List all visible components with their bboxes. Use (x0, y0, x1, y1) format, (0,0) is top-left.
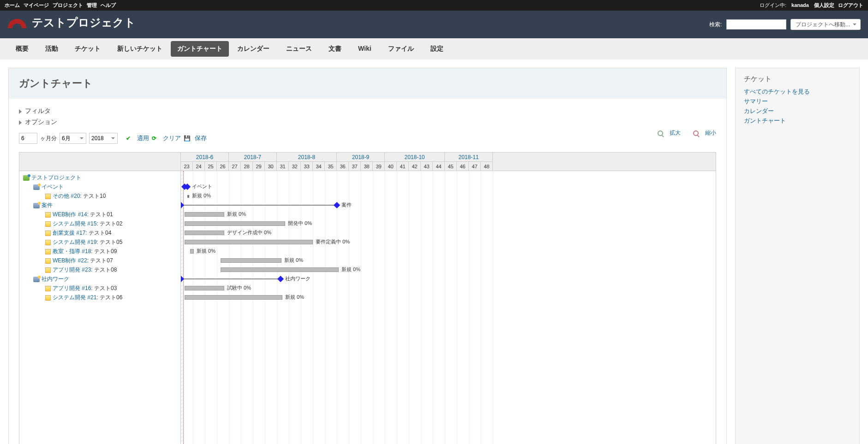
gantt-week-header: 44 (433, 162, 445, 171)
tab-ファイル[interactable]: ファイル (380, 38, 422, 59)
top-menu-マイページ[interactable]: マイページ (24, 2, 49, 8)
month-select[interactable]: 6月 (60, 133, 86, 144)
gantt-bar[interactable] (185, 240, 313, 244)
issue-suffix: : テスト07 (87, 257, 113, 264)
issue-link[interactable]: 創業支援 #17 (53, 230, 85, 236)
options-fieldset[interactable]: オプション (19, 118, 716, 126)
gantt-subject-issue[interactable]: WEB制作 #14: テスト01 (19, 210, 180, 219)
top-menu-管理[interactable]: 管理 (87, 2, 97, 8)
issue-link[interactable]: アプリ開発 #16 (53, 285, 91, 291)
gantt-bar-label: デザイン作成中 0% (227, 229, 271, 236)
tab-新しいチケット[interactable]: 新しいチケット (109, 38, 171, 59)
gantt-bar-label: 試験中 0% (227, 284, 251, 291)
gantt-bar[interactable] (221, 258, 281, 263)
issue-link[interactable]: その他 #20 (53, 193, 80, 199)
tab-概要[interactable]: 概要 (7, 38, 37, 59)
top-menu-ホーム[interactable]: ホーム (5, 2, 20, 8)
gantt-month-header: 2018-7 (229, 153, 277, 162)
subject-link[interactable]: イベント (42, 184, 64, 190)
gantt-bar[interactable] (185, 231, 224, 235)
top-menu-ヘルプ[interactable]: ヘルプ (101, 2, 116, 8)
zoom-out-button[interactable]: 縮小 (688, 130, 716, 136)
project-icon (23, 175, 30, 181)
sidebar-link[interactable]: カレンダー (744, 107, 851, 115)
issue-icon (45, 212, 51, 218)
gantt-month-header: 2018-11 (445, 153, 493, 162)
gantt-bar-label: 開発中 0% (288, 220, 312, 227)
logged-in-user-link[interactable]: kanada (791, 2, 809, 8)
issue-link[interactable]: WEB制作 #22 (53, 257, 87, 264)
gantt-row: 新規 0% (181, 247, 716, 256)
gantt-week-header: 32 (289, 162, 301, 171)
sidebar-link[interactable]: サマリー (744, 98, 851, 106)
tab-ニュース[interactable]: ニュース (278, 38, 320, 59)
issue-icon (45, 231, 51, 236)
gantt-bar[interactable] (185, 286, 224, 290)
subject-link[interactable]: 社内ワーク (42, 276, 69, 282)
gantt-bar[interactable] (221, 267, 339, 272)
search-input[interactable] (726, 19, 786, 30)
issue-link[interactable]: システム開発 #19 (53, 239, 96, 245)
top-menu-ログアウト[interactable]: ログアウト (838, 2, 863, 8)
gantt-month-header: 2018-8 (277, 153, 337, 162)
issue-icon (45, 240, 51, 245)
gantt-week-header: 26 (217, 162, 229, 171)
gantt-version-label: 社内ワーク (285, 275, 311, 282)
tab-カレンダー[interactable]: カレンダー (229, 38, 278, 59)
tab-文書[interactable]: 文書 (320, 38, 350, 59)
months-count-input[interactable] (19, 133, 37, 144)
gantt-subject-issue[interactable]: アプリ開発 #16: テスト03 (19, 284, 180, 293)
gantt-subject-issue[interactable]: WEB制作 #22: テスト07 (19, 256, 180, 265)
zoom-controls: 拡大 縮小 (647, 129, 716, 137)
gantt-subject-issue[interactable]: 創業支援 #17: テスト04 (19, 228, 180, 237)
gantt-bar[interactable] (185, 221, 285, 226)
issue-link[interactable]: システム開発 #15 (53, 220, 96, 227)
gantt-week-header: 31 (277, 162, 289, 171)
tab-ガントチャート[interactable]: ガントチャート (171, 41, 229, 57)
tab-設定[interactable]: 設定 (422, 38, 452, 59)
gantt-subject-issue[interactable]: アプリ開発 #23: テスト08 (19, 265, 180, 274)
gantt-month-header: 2018-10 (385, 153, 445, 162)
gantt-week-header: 41 (397, 162, 409, 171)
gantt-bar-label: 新規 0% (227, 211, 246, 218)
gantt-subject-issue[interactable]: システム開発 #15: テスト02 (19, 219, 180, 228)
gantt-week-header: 42 (409, 162, 421, 171)
gantt-chart: テストプロジェクトイベントその他 #20: テスト10案件WEB制作 #14: … (19, 152, 716, 444)
gantt-subject-issue[interactable]: 教室・指導 #18: テスト09 (19, 247, 180, 256)
gantt-subject-version[interactable]: イベント (19, 182, 180, 191)
diamond-icon (181, 202, 184, 208)
gantt-subject-version[interactable]: 社内ワーク (19, 274, 180, 284)
sidebar-link[interactable]: すべてのチケットを見る (744, 88, 851, 96)
issue-suffix: : テスト09 (91, 248, 117, 255)
tab-活動[interactable]: 活動 (37, 38, 66, 59)
clear-button[interactable]: クリア (163, 135, 181, 142)
gantt-version-label: イベント (192, 183, 212, 190)
gantt-bar[interactable] (185, 295, 282, 300)
apply-button[interactable]: 適用 (137, 135, 149, 142)
filter-fieldset[interactable]: フィルタ (19, 107, 716, 115)
subject-link[interactable]: 案件 (42, 202, 53, 208)
subject-link[interactable]: テストプロジェクト (31, 174, 81, 181)
tab-Wiki[interactable]: Wiki (350, 38, 380, 59)
top-menu-個人設定[interactable]: 個人設定 (814, 2, 834, 8)
save-button[interactable]: 保存 (195, 135, 207, 142)
sidebar-link[interactable]: ガントチャート (744, 117, 851, 125)
gantt-week-header: 43 (421, 162, 433, 171)
zoom-in-button[interactable]: 拡大 (652, 130, 681, 136)
gantt-subject-issue[interactable]: システム開発 #19: テスト05 (19, 237, 180, 247)
issue-link[interactable]: アプリ開発 #23 (53, 266, 91, 273)
gantt-subject-version[interactable]: 案件 (19, 201, 180, 210)
project-jump-dropdown[interactable]: プロジェクトへ移動... (790, 19, 861, 30)
gantt-subject-issue[interactable]: その他 #20: テスト10 (19, 191, 180, 201)
year-select[interactable]: 2018 (89, 133, 118, 144)
gantt-bar[interactable] (185, 212, 224, 217)
gantt-subject-issue[interactable]: システム開発 #21: テスト06 (19, 293, 180, 302)
gantt-bar[interactable] (190, 249, 194, 254)
issue-link[interactable]: システム開発 #21 (53, 294, 96, 301)
issue-link[interactable]: 教室・指導 #18 (53, 248, 91, 255)
issue-link[interactable]: WEB制作 #14 (53, 211, 87, 218)
issue-suffix: : テスト10 (80, 193, 106, 199)
tab-チケット[interactable]: チケット (66, 38, 109, 59)
top-menu-プロジェクト[interactable]: プロジェクト (53, 2, 83, 8)
magnify-minus-icon (693, 130, 699, 136)
